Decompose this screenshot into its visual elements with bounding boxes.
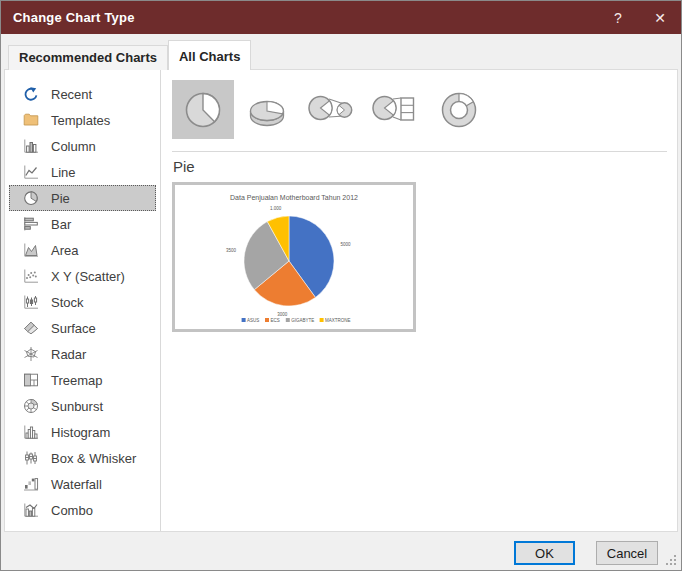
dialog-footer: OK Cancel [1,532,681,570]
svg-text:Data Penjualan Motherboard Tah: Data Penjualan Motherboard Tahun 2012 [230,194,358,202]
sidebar-item-label: Pie [51,191,70,206]
cancel-button[interactable]: Cancel [596,541,658,565]
subtype-pie-of-pie[interactable] [300,80,362,139]
bar-of-pie-icon [371,86,419,134]
chart-type-sidebar: RecentTemplatesColumnLinePieBarAreaX Y (… [5,70,161,531]
sidebar-item-label: Sunburst [51,399,103,414]
sidebar-item-label: Area [51,243,78,258]
pie-icon [23,190,39,206]
ok-button[interactable]: OK [514,541,575,565]
sidebar-item-sunburst[interactable]: Sunburst [9,393,156,419]
sidebar-item-box-whisker[interactable]: Box & Whisker [9,445,156,471]
box-whisker-icon [23,450,39,466]
sidebar-item-pie[interactable]: Pie [9,185,156,211]
svg-text:1.000: 1.000 [270,206,282,211]
sidebar-item-label: Column [51,139,96,154]
sidebar-item-treemap[interactable]: Treemap [9,367,156,393]
histogram-icon [23,424,39,440]
tab-recommended-charts[interactable]: Recommended Charts [8,45,168,70]
sunburst-icon [23,398,39,414]
sidebar-item-label: Bar [51,217,71,232]
sidebar-item-surface[interactable]: Surface [9,315,156,341]
doughnut-icon [435,86,483,134]
preview-chart-svg: Data Penjualan Motherboard Tahun 2012500… [175,185,413,329]
sidebar-item-label: Combo [51,503,93,518]
resize-grip[interactable] [665,554,667,556]
chart-preview[interactable]: Data Penjualan Motherboard Tahun 2012500… [172,182,416,332]
sidebar-item-label: Templates [51,113,110,128]
subtype-pie-3d[interactable] [236,80,298,139]
sidebar-item-stock[interactable]: Stock [9,289,156,315]
svg-text:MAXTRONE: MAXTRONE [325,318,351,323]
sidebar-item-recent[interactable]: Recent [9,81,156,107]
subtype-doughnut[interactable] [428,80,490,139]
column-icon [23,138,39,154]
treemap-icon [23,372,39,388]
chart-subtype-content: Pie Data Penjualan Motherboard Tahun 201… [162,70,677,531]
svg-text:5000: 5000 [340,242,351,247]
pie-3d-icon [243,86,291,134]
all-charts-panel: RecentTemplatesColumnLinePieBarAreaX Y (… [4,69,678,532]
svg-text:3000: 3000 [277,312,288,317]
sidebar-item-label: Waterfall [51,477,102,492]
bar-icon [23,216,39,232]
subtype-heading: Pie [173,158,195,175]
templates-icon [23,112,39,128]
radar-icon [23,346,39,362]
sidebar-item-label: Radar [51,347,86,362]
sidebar-item-label: X Y (Scatter) [51,269,125,284]
subtype-pie[interactable] [172,80,234,139]
sidebar-item-label: Stock [51,295,84,310]
svg-text:GIGABYTE: GIGABYTE [291,318,314,323]
subtype-icon-row [172,80,490,139]
subtype-bar-of-pie[interactable] [364,80,426,139]
stock-icon [23,294,39,310]
titlebar: Change Chart Type ? ✕ [1,1,681,34]
sidebar-item-radar[interactable]: Radar [9,341,156,367]
close-button[interactable]: ✕ [639,1,681,34]
sidebar-item-label: Histogram [51,425,110,440]
scatter-icon [23,268,39,284]
sidebar-item-x-y-scatter-[interactable]: X Y (Scatter) [9,263,156,289]
dialog-title: Change Chart Type [1,10,135,25]
combo-icon [23,502,39,518]
sidebar-item-area[interactable]: Area [9,237,156,263]
separator-line [172,151,667,152]
waterfall-icon [23,476,39,492]
sidebar-item-histogram[interactable]: Histogram [9,419,156,445]
pie-of-pie-icon [307,86,355,134]
sidebar-item-label: Line [51,165,76,180]
sidebar-item-column[interactable]: Column [9,133,156,159]
tab-all-charts[interactable]: All Charts [168,40,251,70]
sidebar-item-templates[interactable]: Templates [9,107,156,133]
pie-flat-icon [179,86,227,134]
area-icon [23,242,39,258]
svg-text:ASUS: ASUS [247,318,259,323]
change-chart-type-dialog: Change Chart Type ? ✕ Recommended Charts… [0,0,682,571]
tab-strip: Recommended ChartsAll Charts [8,40,251,70]
sidebar-item-label: Recent [51,87,92,102]
recent-icon [23,86,39,102]
svg-text:ECS: ECS [271,318,280,323]
sidebar-item-label: Treemap [51,373,103,388]
sidebar-item-line[interactable]: Line [9,159,156,185]
titlebar-buttons: ? ✕ [597,1,681,34]
svg-text:3500: 3500 [226,248,237,253]
sidebar-item-label: Surface [51,321,96,336]
sidebar-item-combo[interactable]: Combo [9,497,156,523]
surface-icon [23,320,39,336]
sidebar-item-label: Box & Whisker [51,451,136,466]
help-button[interactable]: ? [597,1,639,34]
line-icon [23,164,39,180]
sidebar-item-waterfall[interactable]: Waterfall [9,471,156,497]
sidebar-item-bar[interactable]: Bar [9,211,156,237]
